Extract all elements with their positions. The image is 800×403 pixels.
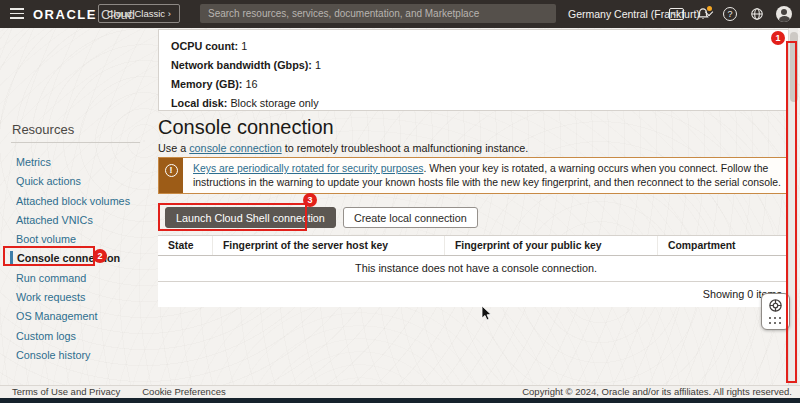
console-connection-link[interactable]: console connection (189, 142, 281, 154)
annotation-box-console-connection (3, 246, 95, 266)
warning-icon: ! (165, 164, 178, 177)
warning-icon-panel: ! (159, 158, 183, 193)
top-navigation-bar: ORACLECloud Cloud Classic › Germany Cent… (0, 0, 800, 28)
section-intro: Use a console connection to remotely tro… (158, 142, 528, 154)
table-empty-message: This instance does not have a console co… (158, 256, 794, 282)
brand-oracle: ORACLE (33, 7, 97, 22)
column-header-server-host-key: Fingerprint of the server host key (213, 236, 445, 255)
bottom-dark-strip (0, 398, 800, 403)
topbar-icons: <> ? (668, 0, 792, 28)
annotation-step-1: 1 (771, 31, 785, 45)
cookie-preferences-link[interactable]: Cookie Preferences (142, 386, 225, 397)
life-ring-help-icon[interactable] (768, 298, 783, 313)
warning-text: Keys are periodically rotated for securi… (183, 158, 793, 193)
mouse-cursor (481, 305, 493, 322)
help-icon[interactable]: ? (722, 6, 738, 22)
table-header-row: State Fingerprint of the server host key… (158, 236, 794, 256)
sidebar-item-quick-actions[interactable]: Quick actions (0, 172, 158, 191)
sidebar-item-console-history[interactable]: Console history (0, 346, 158, 365)
cloud-shell-icon[interactable]: <> (668, 6, 684, 22)
sidebar-heading: Resources (12, 122, 74, 137)
sidebar-item-attached-block-volumes[interactable]: Attached block volumes (0, 192, 158, 211)
notification-dot (707, 6, 712, 11)
terms-of-use-link[interactable]: Terms of Use and Privacy (12, 386, 120, 397)
search-input[interactable] (200, 4, 556, 23)
detail-local-disk: Local disk: Block storage only (171, 94, 781, 113)
sidebar-item-work-requests[interactable]: Work requests (0, 288, 158, 307)
globe-language-icon[interactable] (749, 6, 765, 22)
section-title: Console connection (158, 116, 334, 139)
sidebar-item-custom-logs[interactable]: Custom logs (0, 327, 158, 346)
console-connections-table: State Fingerprint of the server host key… (158, 235, 794, 307)
detail-ocpu-count: OCPU count: 1 (171, 37, 781, 56)
sidebar-item-os-management[interactable]: OS Management (0, 307, 158, 326)
annotation-step-2: 2 (93, 249, 107, 263)
detail-network-bandwidth: Network bandwidth (Gbps): 1 (171, 56, 781, 75)
warning-banner: ! Keys are periodically rotated for secu… (158, 157, 794, 194)
annotation-box-scrollbar (786, 41, 797, 383)
page-footer: Terms of Use and Privacy Cookie Preferen… (0, 385, 800, 398)
sidebar-item-metrics[interactable]: Metrics (0, 153, 158, 172)
sidebar-item-attached-vnics[interactable]: Attached VNICs (0, 211, 158, 230)
notifications-bell-icon[interactable] (695, 6, 711, 22)
sidebar-item-run-command[interactable]: Run command (0, 269, 158, 288)
instance-details-card: OCPU count: 1 Network bandwidth (Gbps): … (158, 29, 794, 111)
user-avatar[interactable] (776, 6, 792, 22)
copyright-text: Copyright © 2024, Oracle and/or its affi… (522, 386, 792, 397)
column-header-public-key: Fingerprint of your public key (445, 236, 658, 255)
detail-memory: Memory (GB): 16 (171, 75, 781, 94)
keys-rotated-link[interactable]: Keys are periodically rotated for securi… (193, 163, 423, 174)
cloud-classic-button[interactable]: Cloud Classic › (98, 4, 180, 23)
annotation-box-launch-button (158, 203, 307, 231)
column-header-state: State (158, 236, 213, 255)
column-header-compartment: Compartment (658, 236, 794, 255)
hamburger-menu-icon[interactable] (10, 8, 24, 19)
annotation-step-3: 3 (303, 193, 317, 207)
oracle-cloud-console: ORACLECloud Cloud Classic › Germany Cent… (0, 0, 800, 403)
apps-grid-icon[interactable] (769, 317, 782, 325)
table-items-count: Showing 0 items (158, 282, 794, 307)
sidebar-divider (11, 142, 140, 143)
create-local-connection-button[interactable]: Create local connection (343, 207, 478, 228)
